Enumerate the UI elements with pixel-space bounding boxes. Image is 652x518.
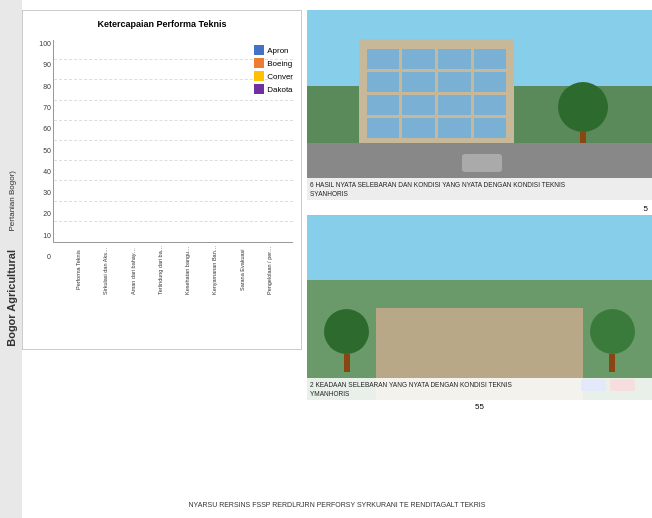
x-label: Pengelolaan / perawatan... — [266, 245, 293, 295]
chart-legend: Apron Boeing Conver Dakota — [254, 45, 293, 94]
x-label: Kesehatan bangunan gedung — [184, 245, 211, 295]
x-label: Performa Teknis — [75, 245, 102, 295]
bottom-text: NYARSU RERSINS FSSP RERDLRJRN PERFORSY S… — [22, 501, 652, 508]
photo-bottom: 2 KEADAAN SELEBARAN YANG NYATA DENGAN KO… — [307, 215, 652, 400]
x-labels: Performa Teknis Sirkulasi dan Aksesibili… — [75, 245, 293, 295]
y-axis: 0 10 20 30 40 50 60 70 80 90 100 — [31, 40, 53, 260]
page-number-middle: 55 — [307, 402, 652, 411]
legend-item-conver: Conver — [254, 71, 293, 81]
legend-item-dakota: Dakota — [254, 84, 293, 94]
left-sidebar: Pertanian Bogor) Bogor Agricultural — [0, 0, 22, 518]
sidebar-text-bottom: Bogor Agricultural — [5, 250, 17, 347]
photo-top-caption: 6 HASIL NYATA SELEBARAN DAN KONDISI YANG… — [307, 178, 652, 200]
chart-area: Ketercapaian Performa Teknis 0 10 20 30 … — [22, 10, 302, 350]
page-number-top: 5 — [307, 204, 648, 213]
photo-bottom-caption: 2 KEADAAN SELEBARAN YANG NYATA DENGAN KO… — [307, 378, 652, 400]
x-label: Kenyamanan Bangunan — [211, 245, 238, 295]
x-label: Sarana Evakuasi — [239, 245, 266, 295]
right-area: 6 HASIL NYATA SELEBARAN DAN KONDISI YANG… — [307, 10, 652, 470]
legend-item-boeing: Boeing — [254, 58, 293, 68]
photo-top: 6 HASIL NYATA SELEBARAN DAN KONDISI YANG… — [307, 10, 652, 200]
legend-item-apron: Apron — [254, 45, 293, 55]
x-label: Terlindung dari bahaya petir dan... — [157, 245, 184, 295]
sidebar-text-top: Pertanian Bogor) — [7, 171, 16, 231]
main-content: Ketercapaian Performa Teknis 0 10 20 30 … — [22, 0, 652, 518]
chart-title: Ketercapaian Performa Teknis — [31, 19, 293, 29]
x-label: Sirkulasi dan Aksesibilitas — [102, 245, 129, 295]
x-label: Aman dari bahaya kebakaran — [130, 245, 157, 295]
